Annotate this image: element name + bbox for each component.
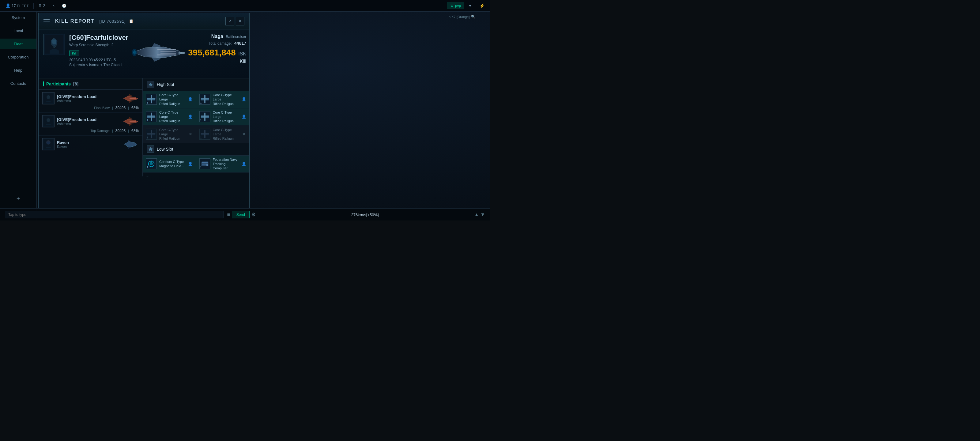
- sidebar-item-help[interactable]: Help: [0, 65, 37, 76]
- bottom-bar: ≡ Send ⚙ 276km/s[+50%] ▲ ▼: [0, 208, 490, 221]
- player-count-btn[interactable]: 👤 17 FLEET: [2, 2, 32, 9]
- hamburger-line: [43, 19, 49, 20]
- participant-corp-1: Ashimmu: [57, 99, 119, 103]
- monitor-btn[interactable]: 🖥 2: [35, 2, 48, 9]
- participant-avatar-2: [42, 115, 54, 127]
- location-label: n K7 [Orange]: [449, 15, 470, 19]
- svg-rect-23: [151, 95, 152, 103]
- hamburger-menu-btn[interactable]: [43, 17, 52, 25]
- low-module-name-2: Federation Navy Tracking Computer: [213, 158, 240, 170]
- participants-label: Participants: [46, 81, 71, 86]
- low-module-status-2: 👤: [242, 162, 246, 166]
- sidebar-add-btn[interactable]: +: [0, 192, 37, 205]
- damage-pct-2: 68%: [131, 129, 139, 133]
- module-icon-2: 1: [199, 94, 210, 105]
- kill-info-banner: [C60]Fearfulclover Warp Scramble Strengt…: [38, 29, 249, 78]
- search-icon[interactable]: 🔍: [471, 15, 475, 19]
- pvp-btn[interactable]: ⚔ pvp: [447, 2, 464, 9]
- svg-rect-43: [204, 130, 205, 138]
- sidebar-item-system[interactable]: System: [0, 12, 37, 23]
- ship-image-area: [127, 32, 188, 72]
- location-row: n K7 [Orange] 🔍: [449, 15, 487, 19]
- nav-arrows: ▲ ▼: [474, 212, 485, 217]
- participant-info-3: Raven Raven: [57, 140, 119, 148]
- clock-btn[interactable]: 🕐: [59, 2, 70, 9]
- send-btn[interactable]: Send: [232, 211, 250, 218]
- low-module-qty-1: 1: [147, 166, 148, 169]
- low-slot-grid: 1 Corelum C-TypeMagnetic Field... 👤: [143, 156, 249, 173]
- player-icon: 👤: [5, 3, 10, 8]
- module-name-6: Core C-Type LargeRifled Railgun: [213, 128, 240, 141]
- svg-point-51: [206, 164, 208, 166]
- speed-display-area: 276km/s[+50%]: [259, 212, 471, 217]
- sidebar-item-contacts[interactable]: Contacts: [0, 78, 37, 89]
- pvp-icon: ⚔: [450, 3, 454, 8]
- sidebar-fleet-label: Fleet: [14, 41, 23, 46]
- module-name-3: Core C-Type LargeRifled Railgun: [159, 110, 186, 123]
- sidebar-item-local[interactable]: Local: [0, 25, 37, 36]
- pvp-label: pvp: [455, 4, 461, 8]
- clock-icon: 🕐: [62, 4, 67, 8]
- svg-point-8: [133, 50, 136, 54]
- fitting-item: 1 Core C-Type LargeRifled Railgun ✕: [196, 126, 250, 143]
- sidebar-item-corporation[interactable]: Corporation: [0, 52, 37, 62]
- fitting-item: 1 Core C-Type LargeRifled Railgun 👤: [143, 91, 196, 108]
- content-area: Participants [8] [GIVE]Freedom Loa: [38, 78, 249, 177]
- participant-bottom-1: Final Blow | 30493 | 68%: [42, 106, 139, 110]
- participants-title: Participants [8]: [43, 81, 78, 86]
- participant-bottom-2: Top Damage | 30493 | 68%: [42, 129, 139, 133]
- svg-rect-5: [161, 51, 176, 52]
- module-status-5: ✕: [188, 132, 192, 136]
- participant-top-3: Raven Raven: [42, 138, 139, 150]
- fitting-item: 1 Core C-Type LargeRifled Railgun ✕: [143, 126, 196, 143]
- list-item: [GIVE]Freedom Load Ashimmu Final Blow: [38, 90, 142, 113]
- scroll-up-icon[interactable]: ▲: [474, 212, 479, 217]
- participant-avatar-1: [42, 92, 54, 104]
- svg-rect-13: [130, 98, 136, 99]
- module-name-1: Core C-Type LargeRifled Railgun: [159, 93, 186, 106]
- module-icon-4: 1: [199, 111, 210, 122]
- filter-icon: ⚡: [479, 3, 485, 8]
- low-module-name-1: Corelum C-TypeMagnetic Field...: [159, 159, 186, 169]
- svg-rect-6: [161, 53, 176, 54]
- export-btn[interactable]: ↗: [225, 17, 234, 25]
- svg-rect-19: [46, 142, 50, 144]
- sidebar-system-label: System: [12, 15, 25, 20]
- bottom-actions: ≡ Send ⚙: [227, 211, 255, 218]
- chat-input[interactable]: [5, 211, 224, 218]
- low-module-status-1: 👤: [188, 162, 192, 166]
- low-slot-header: Low Slot: [143, 143, 249, 156]
- list-item: Raven Raven: [38, 136, 142, 153]
- menu-icon: ≡: [227, 212, 230, 217]
- damage-value-1: 30493: [115, 106, 126, 110]
- victim-avatar: [43, 34, 65, 55]
- plus-icon: +: [16, 195, 20, 202]
- dropdown-btn[interactable]: ▼: [465, 2, 475, 9]
- participant-ship-1: [122, 93, 139, 104]
- svg-rect-46: [150, 161, 152, 163]
- blow-type-1: Final Blow: [94, 106, 110, 110]
- send-label: Send: [236, 213, 245, 217]
- export-icon: ↗: [228, 19, 232, 24]
- svg-rect-4: [158, 54, 176, 56]
- svg-rect-16: [130, 121, 136, 122]
- settings-gear-icon[interactable]: ⚙: [251, 212, 256, 217]
- kill-report-panel: KILL REPORT [ID:7032591] 📋 ↗ ×: [38, 13, 250, 208]
- monitor-count: 2: [43, 4, 45, 8]
- damage-value-2: 30493: [115, 129, 126, 133]
- sidebar: System Local Fleet Corporation Help Cont…: [0, 0, 37, 221]
- hamburger-line: [43, 21, 49, 21]
- svg-rect-27: [204, 95, 205, 103]
- module-status-1: 👤: [188, 97, 192, 101]
- participant-corp-3: Raven: [57, 145, 119, 148]
- filter-btn[interactable]: ⚡: [476, 2, 488, 10]
- low-module-icon-2: 1: [199, 158, 210, 169]
- close-panel-btn[interactable]: ×: [236, 17, 244, 25]
- sidebar-item-fleet[interactable]: Fleet: [0, 38, 37, 49]
- isk-row: 395,681,848 ISK: [188, 48, 246, 57]
- scroll-down-icon[interactable]: ▼: [480, 212, 485, 217]
- close-fleet-btn[interactable]: ×: [49, 2, 57, 9]
- fitting-item: 1 Core C-Type LargeRifled Railgun 👤: [196, 108, 250, 126]
- copy-icon[interactable]: 📋: [129, 19, 134, 23]
- low-module-qty-2: 1: [200, 166, 202, 169]
